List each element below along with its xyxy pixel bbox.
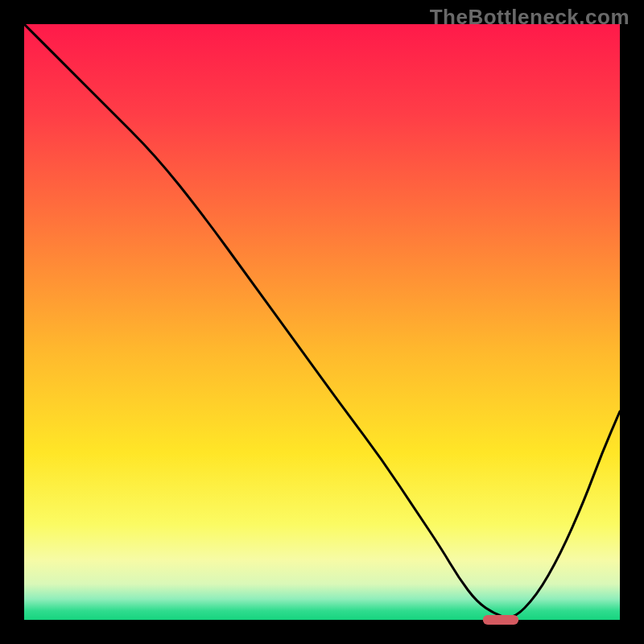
bottleneck-chart [0, 0, 644, 644]
optimal-marker [483, 615, 518, 625]
chart-frame: { "watermark": "TheBottleneck.com", "col… [0, 0, 644, 644]
